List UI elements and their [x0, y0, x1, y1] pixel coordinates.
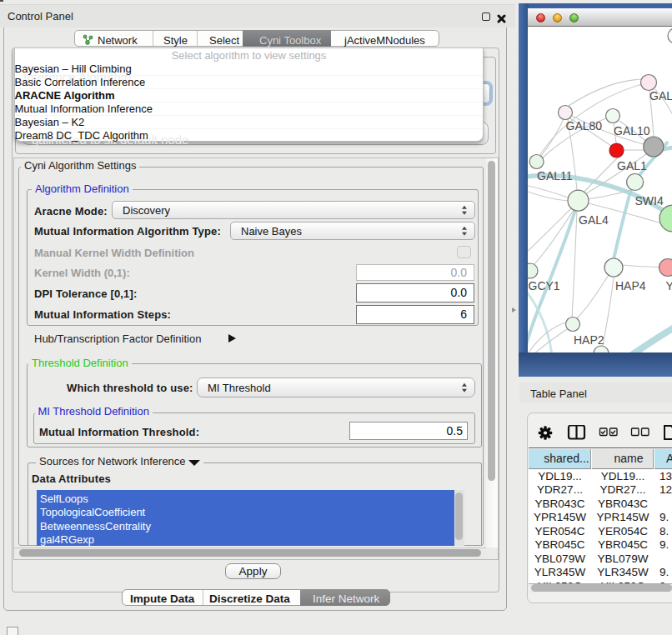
svg-text:HAP2: HAP2 [574, 333, 604, 347]
svg-text:GAL4: GAL4 [579, 213, 609, 227]
svg-text:GAL10: GAL10 [614, 124, 650, 138]
svg-text:GCY1: GCY1 [529, 279, 560, 292]
svg-text:Y: Y [666, 279, 672, 292]
svg-text:HAP4: HAP4 [615, 279, 646, 292]
svg-text:GAL7: GAL7 [649, 89, 672, 102]
svg-text:SWI4: SWI4 [635, 194, 664, 208]
svg-text:GAL1: GAL1 [617, 159, 647, 172]
svg-text:GAL11: GAL11 [537, 169, 573, 182]
svg-text:GAL80: GAL80 [566, 119, 603, 132]
